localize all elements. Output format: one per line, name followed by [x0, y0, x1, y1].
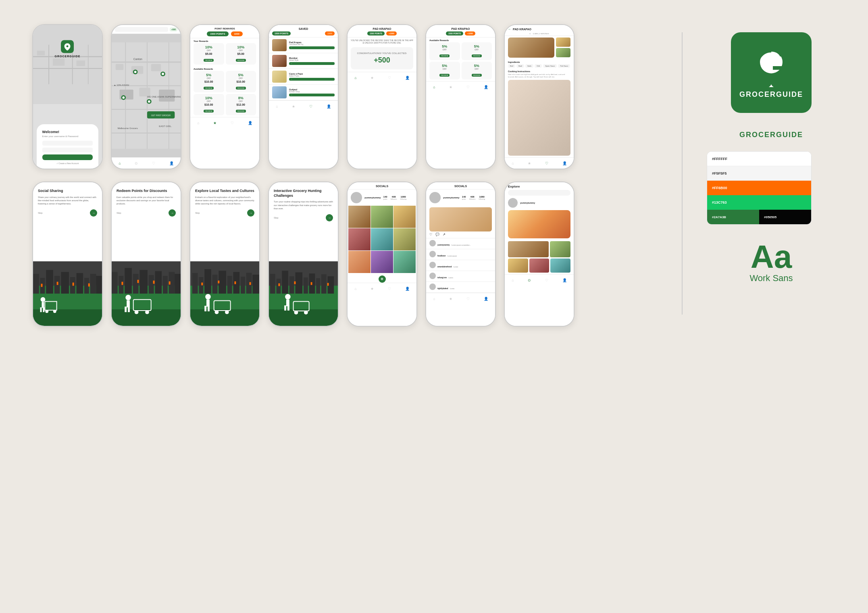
bottom-nav-social-1: ⌂ ★ ♡ 👤: [348, 283, 416, 294]
save-icon-p1[interactable]: ♡: [388, 76, 391, 80]
profile-icon-fd[interactable]: 👤: [484, 297, 488, 301]
profile-icon-rd[interactable]: 👤: [562, 161, 567, 165]
typography-display: Aa: [707, 241, 836, 273]
reward-item-5[interactable]: 10% OFF $10.00 REDEEM: [194, 94, 224, 115]
add-post-btn[interactable]: +: [379, 275, 386, 283]
bottom-nav-map: ⌂ ⊙ ♡ 👤: [112, 157, 181, 169]
profile-icon-sg[interactable]: 👤: [405, 287, 410, 291]
profile-icon[interactable]: 👤: [169, 161, 174, 165]
svg-rect-120: [321, 274, 327, 294]
profile-icon-s[interactable]: 👤: [327, 104, 331, 108]
search-icon[interactable]: ⊙: [135, 161, 138, 165]
grid-item-9[interactable]: [393, 251, 416, 273]
rewards-icon[interactable]: ★: [213, 121, 216, 125]
reward-item-4[interactable]: 5% OFF $10.00 REDEEM: [226, 71, 256, 92]
grid-item-4[interactable]: [348, 228, 371, 250]
save-icon-rd[interactable]: ♡: [545, 161, 548, 165]
home-icon-sg[interactable]: ⌂: [354, 287, 356, 291]
explore-icon-ex[interactable]: ⊙: [528, 278, 531, 282]
save-icon-p2[interactable]: ♡: [466, 85, 470, 89]
grid-item-7[interactable]: [348, 251, 371, 273]
svg-rect-69: [149, 275, 154, 294]
explore-img-5[interactable]: [550, 259, 570, 273]
home-icon-r[interactable]: ⌂: [197, 121, 199, 125]
feed-tb-5: tightlybaked Lorem: [437, 284, 492, 291]
save-icon-sg[interactable]: ♡: [388, 287, 391, 291]
cooking-text: Heat oil in a wok over high heat. Add ga…: [505, 73, 574, 78]
grid-item-3[interactable]: [393, 206, 416, 228]
save-icon-fd[interactable]: ♡: [466, 297, 470, 301]
saved-food-cacio[interactable]: Cacio e Pepe Italian Pasta →: [269, 69, 338, 85]
reward-item-3[interactable]: 5% OFF $10.00 REDEEM: [194, 71, 224, 92]
onboard-illust-3: [190, 261, 259, 326]
pad-pts-red-1[interactable]: +1000: [386, 31, 397, 35]
saved-food-mumbai[interactable]: Mumbai Street Style →: [269, 53, 338, 69]
save-icon-r[interactable]: ♡: [231, 121, 234, 125]
next-btn-2[interactable]: →: [169, 209, 176, 217]
svg-point-105: [225, 310, 229, 314]
profile-icon-p2[interactable]: 👤: [484, 85, 488, 89]
pad-pts-red-2[interactable]: +1000: [465, 31, 475, 35]
save-icon-ex[interactable]: ♡: [545, 278, 548, 282]
rewards-icon-p2[interactable]: ★: [449, 85, 452, 89]
next-btn-4[interactable]: →: [326, 214, 333, 221]
save-icon-s[interactable]: ♡: [309, 104, 312, 108]
password-input[interactable]: [42, 148, 93, 152]
svg-text:Canton: Canton: [133, 58, 142, 60]
home-icon-rd[interactable]: ⌂: [512, 161, 514, 165]
save-icon[interactable]: ♡: [152, 161, 155, 165]
rewards-icon-p1[interactable]: ★: [371, 76, 374, 80]
share-icon[interactable]: ↗: [443, 233, 445, 236]
redeem-badge[interactable]: 1000: [231, 31, 243, 36]
explore-img-3[interactable]: [508, 259, 528, 273]
grid-item-1[interactable]: [348, 206, 371, 228]
profile-icon-r[interactable]: 👤: [248, 121, 252, 125]
pad-reward-4[interactable]: 5% OFF REDEEM: [462, 62, 492, 79]
back-arrow[interactable]: ←: [508, 27, 511, 31]
saved-food-padkrapao[interactable]: Pad Krapao Thai Basil Stir Fry →: [269, 38, 338, 53]
pad-reward-2[interactable]: 5% OFF REDEEM: [462, 42, 492, 60]
grid-item-8[interactable]: [371, 251, 393, 273]
skip-btn-2[interactable]: Skip: [117, 212, 121, 214]
username-input[interactable]: [42, 141, 93, 146]
saved-food-gukjeol[interactable]: Gukjeol Korean Soup →: [269, 85, 338, 100]
pad-reward-1[interactable]: 5% OFF REDEEM: [429, 42, 460, 60]
home-icon-p1[interactable]: ⌂: [354, 76, 356, 80]
rewards-icon-rd[interactable]: ★: [528, 161, 531, 165]
home-icon-ex[interactable]: ⌂: [512, 278, 514, 282]
pad-reward-3[interactable]: 5% OFF REDEEM: [429, 62, 460, 79]
like-icon[interactable]: ♡: [429, 233, 432, 236]
home-icon[interactable]: ⌂: [119, 161, 121, 165]
next-btn-3[interactable]: →: [247, 209, 254, 217]
explore-search-input[interactable]: [508, 190, 570, 196]
social-title-2: SOCIALS: [429, 185, 492, 188]
explore-img-4[interactable]: [529, 259, 550, 273]
rewards-icon-sg[interactable]: ★: [371, 287, 374, 291]
grid-item-6[interactable]: [393, 228, 416, 250]
explore-hero-bg: [508, 210, 570, 238]
rewards-icon-s[interactable]: ★: [292, 104, 295, 108]
grid-item-5[interactable]: [371, 228, 393, 250]
reward-item-2[interactable]: 10% OFF $5.00 REDEEM: [226, 43, 256, 65]
explore-img-2[interactable]: [550, 241, 570, 257]
skip-btn-1[interactable]: Skip: [38, 212, 43, 214]
skip-btn-3[interactable]: Skip: [195, 212, 200, 214]
create-account-link[interactable]: ✓ Create a New Account: [42, 162, 93, 165]
grid-item-2[interactable]: [371, 206, 393, 228]
reward-item-1[interactable]: 10% OFF $5.00 REDEEM: [194, 43, 224, 65]
explore-img-1[interactable]: [508, 241, 549, 257]
map-search-input[interactable]: [115, 27, 168, 32]
next-btn-1[interactable]: →: [90, 209, 97, 217]
social-header-2: SOCIALS: [426, 182, 495, 190]
comment-icon[interactable]: 💬: [435, 233, 439, 236]
skip-btn-4[interactable]: Skip: [274, 217, 279, 219]
profile-icon-ex[interactable]: 👤: [562, 278, 567, 282]
home-icon-p2[interactable]: ⌂: [433, 85, 435, 89]
home-icon-s[interactable]: ⌂: [276, 104, 278, 108]
rewards-icon-fd[interactable]: ★: [449, 297, 452, 301]
login-button[interactable]: [42, 154, 93, 160]
saved-redeem-btn[interactable]: 1000: [325, 31, 335, 35]
home-icon-fd[interactable]: ⌂: [433, 297, 435, 301]
profile-icon-p1[interactable]: 👤: [405, 76, 410, 80]
reward-item-6[interactable]: 8% OFF $12.00 REDEEM: [226, 94, 256, 115]
